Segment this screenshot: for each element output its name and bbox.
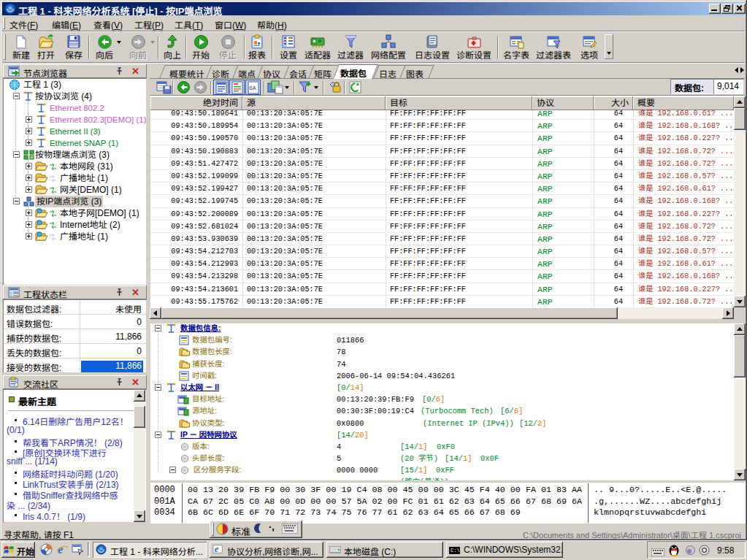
svg-text:e: e [215,544,219,554]
svg-text:C:\: C:\ [451,548,460,553]
svg-text:6A: 6A [249,85,256,91]
